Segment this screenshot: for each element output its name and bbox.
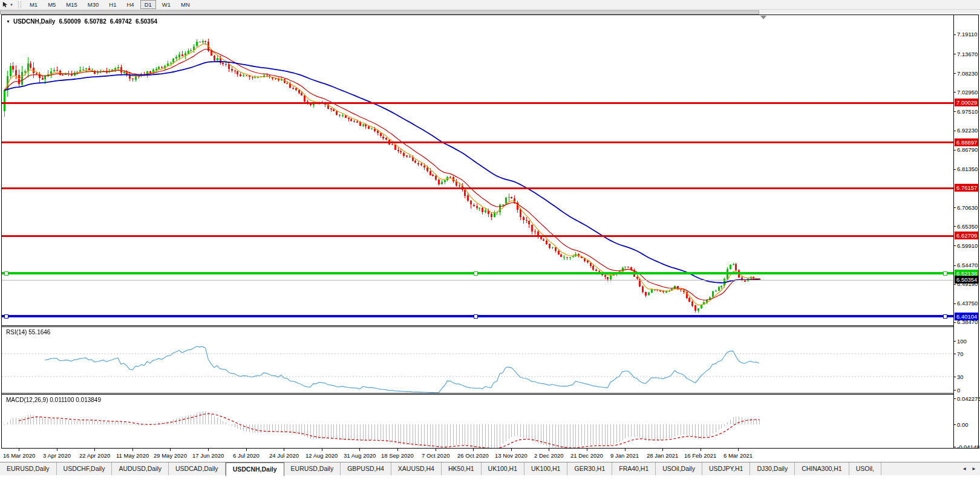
time-axis[interactable]: 16 Mar 20203 Apr 202022 Apr 202011 May 2… (0, 449, 980, 461)
timeframe-button-h4[interactable]: H4 (122, 0, 138, 9)
axis-tick-mark (954, 150, 956, 151)
time-axis-tick (587, 449, 587, 451)
chart-tab-14[interactable]: USDJPY,H1 (702, 462, 750, 475)
chart-menu-icon[interactable]: ▼ (6, 19, 10, 24)
line-drag-handle[interactable] (943, 271, 947, 276)
timeframe-button-m1[interactable]: M1 (25, 0, 42, 9)
time-axis-label: 16 Feb 2021 (684, 452, 716, 459)
chart-tab-1[interactable]: USDCHF,Daily (57, 462, 113, 475)
price-axis[interactable]: 7.191107.136707.082307.029506.975106.922… (953, 15, 978, 448)
horizontal-line-6.62709[interactable] (2, 235, 953, 237)
chart-tab-15[interactable]: DJ30,Daily (750, 462, 795, 475)
chart-tab-8[interactable]: HK50,H1 (442, 462, 482, 475)
axis-tick-label: 6.43750 (957, 300, 978, 306)
timeframe-button-m30[interactable]: M30 (83, 0, 103, 9)
chart-hscrollbar[interactable] (0, 10, 980, 14)
time-axis-tick (132, 449, 133, 451)
time-axis-tick (246, 449, 247, 451)
line-drag-handle[interactable] (474, 271, 478, 276)
line-drag-handle[interactable] (474, 314, 478, 319)
line-drag-handle[interactable] (4, 271, 8, 276)
chart-tab-3[interactable]: USDCAD,Daily (169, 462, 226, 475)
tab-scroll-right-icon[interactable]: ► (969, 465, 979, 473)
chart-tab-10[interactable]: UK100,H1 (524, 462, 567, 475)
ohlc-open: 6.50009 (59, 18, 80, 25)
chart-tab-6[interactable]: GBPUSD,H4 (341, 462, 391, 475)
chevron-down-icon[interactable]: ▼ (10, 3, 13, 7)
time-axis-label: 6 Jul 2020 (233, 452, 260, 459)
axis-tick-mark (954, 265, 956, 266)
chart-window: 7.191107.136707.082307.029506.975106.922… (1, 15, 979, 449)
hscrollbar-thumb[interactable] (0, 10, 759, 15)
axis-tick-mark (954, 226, 956, 227)
chart-shift-marker[interactable] (760, 16, 766, 19)
time-axis-label: 9 Jan 2021 (610, 452, 639, 459)
chart-tab-2[interactable]: AUDUSD,Daily (112, 462, 169, 475)
timeframe-button-w1[interactable]: W1 (158, 0, 175, 9)
time-axis-label: 16 Mar 2020 (3, 452, 35, 459)
timeframe-button-h1[interactable]: H1 (105, 0, 120, 9)
time-axis-label: 21 Dec 2020 (570, 452, 603, 459)
axis-tick-label: 0.042275 (957, 395, 980, 402)
axis-tick-label: 7.02950 (957, 89, 978, 96)
axis-tick-label: 7.13670 (957, 51, 978, 57)
price-level-label: 6.50354 (955, 276, 978, 284)
chart-tab-12[interactable]: FRA40,H1 (612, 462, 656, 475)
chart-tab-5[interactable]: EURUSD,Daily (284, 462, 341, 475)
axis-tick-mark (954, 377, 956, 377)
time-axis-tick (94, 449, 95, 451)
axis-tick-mark (954, 341, 956, 342)
axis-tick-label: 7.08230 (957, 70, 978, 77)
chart-tab-0[interactable]: EURUSD,Daily (0, 462, 57, 475)
axis-tick-mark (954, 447, 956, 447)
chart-tab-7[interactable]: XAUUSD,H4 (391, 462, 442, 475)
timeframe-button-m5[interactable]: M5 (44, 0, 60, 9)
axis-tick-label: 6.86790 (957, 146, 978, 153)
timeframe-buttons: M1M5M15M30H1H4D1W1MN (25, 0, 196, 9)
line-drag-handle[interactable] (4, 314, 8, 319)
horizontal-line-6.88897[interactable] (2, 141, 953, 143)
timeframe-button-mn[interactable]: MN (177, 0, 194, 9)
chart-tab-16[interactable]: CHINA300,H1 (795, 462, 849, 475)
ohlc-close: 6.50354 (136, 18, 157, 25)
axis-tick-label: 0 (957, 387, 960, 394)
time-axis-tick (208, 449, 209, 451)
toolbar-grip (18, 1, 21, 8)
axis-tick-label: 70 (957, 351, 964, 357)
pane-splitter-rsi[interactable] (2, 325, 978, 327)
time-axis-label: 26 Oct 2020 (457, 452, 489, 459)
time-axis-tick (549, 449, 549, 451)
tab-scroll-left-icon[interactable]: ◄ (959, 465, 969, 473)
chart-tab-17[interactable]: USOil, (849, 462, 881, 475)
time-axis-label: 2 Dec 2020 (534, 452, 564, 459)
chart-tab-9[interactable]: UK100,H1 (482, 462, 524, 475)
time-axis-tick (284, 449, 284, 451)
horizontal-line-7.00029[interactable] (2, 102, 953, 104)
time-axis-label: 28 Jan 2021 (647, 452, 678, 459)
time-axis-label: 13 Nov 2020 (495, 452, 528, 459)
time-axis-tick (511, 449, 512, 451)
cursor-tool-button[interactable]: ▼ (2, 1, 13, 8)
rsi-pane-canvas[interactable] (2, 327, 953, 393)
macd-pane-canvas[interactable] (2, 395, 953, 448)
chart-tab-4[interactable]: USDCNH,Daily (226, 462, 284, 476)
pane-splitter-macd[interactable] (2, 393, 978, 395)
price-chart-canvas[interactable] (2, 15, 953, 325)
tab-scroll-arrows: ◄ ► (959, 462, 979, 475)
time-axis-tick (625, 449, 626, 451)
axis-tick-mark (954, 111, 956, 112)
chart-tabbar: EURUSD,DailyUSDCHF,DailyAUDUSD,DailyUSDC… (0, 462, 980, 475)
chart-tab-13[interactable]: USOil,Daily (656, 462, 702, 475)
axis-tick-label: 6.70630 (957, 204, 978, 211)
axis-tick-mark (954, 92, 956, 92)
axis-tick-mark (954, 73, 956, 74)
axis-tick-label: 100 (957, 338, 967, 345)
timeframe-button-m15[interactable]: M15 (62, 0, 81, 9)
chart-tab-11[interactable]: GER30,H1 (567, 462, 612, 475)
ohlc-high: 6.50782 (85, 18, 106, 25)
price-level-label: 6.76157 (955, 184, 978, 192)
timeframe-button-d1[interactable]: D1 (140, 0, 156, 9)
line-drag-handle[interactable] (943, 314, 947, 319)
axis-tick-label: 6.97510 (957, 108, 978, 115)
horizontal-line-6.76157[interactable] (2, 187, 953, 189)
